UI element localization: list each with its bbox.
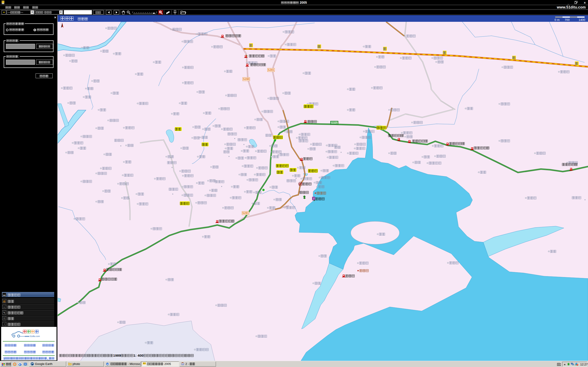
- svg-text:e: e: [107, 363, 108, 365]
- svg-text:e: e: [19, 363, 20, 366]
